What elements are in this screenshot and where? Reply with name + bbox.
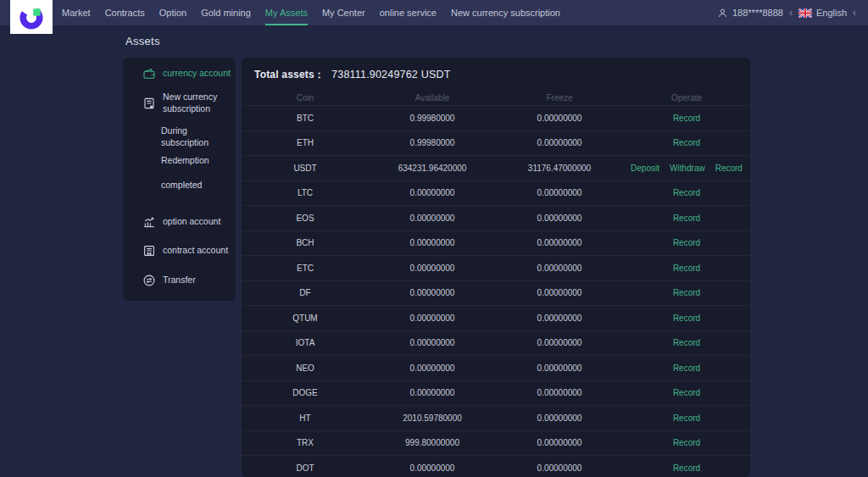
freeze-balance: 0.00000000 <box>496 263 623 273</box>
operate-cell: Record <box>623 238 750 247</box>
asset-row-doge: DOGE0.000000000.00000000Record <box>242 380 750 406</box>
coin-symbol: QTUM <box>242 313 369 323</box>
record-link[interactable]: Record <box>673 214 700 223</box>
coin-symbol: BTC <box>242 114 369 123</box>
sidebar-item-new-currency-subscription[interactable]: New currency subscription <box>123 88 236 119</box>
available-balance: 0.00000000 <box>369 188 496 197</box>
freeze-balance: 0.00000000 <box>496 438 623 447</box>
coin-symbol: EOS <box>242 214 369 223</box>
available-balance: 0.00000000 <box>369 388 496 397</box>
operate-cell: Record <box>623 338 750 347</box>
sidebar-item-redemption[interactable]: Redemption <box>123 151 236 171</box>
record-link[interactable]: Record <box>673 288 700 297</box>
chart-icon <box>142 215 156 229</box>
record-link[interactable]: Record <box>673 388 700 397</box>
nav-item-online-service[interactable]: online service <box>380 0 437 25</box>
operate-cell: Record <box>623 463 750 473</box>
nav-item-market[interactable]: Market <box>62 0 91 25</box>
available-balance: 0.99980000 <box>369 138 496 147</box>
sidebar-item-during-subscription[interactable]: During subscription <box>123 127 236 147</box>
coin-symbol: LTC <box>242 188 369 197</box>
total-assets-value: 738111.90249762 USDT <box>331 69 450 80</box>
nav-item-new-currency-subscription[interactable]: New currency subscription <box>451 0 560 25</box>
sidebar-item-label: New currency subscription <box>163 92 229 114</box>
top-navbar: MarketContractsOptionGold miningMy Asset… <box>0 0 868 25</box>
freeze-balance: 0.00000000 <box>496 313 623 323</box>
brand-logo[interactable] <box>10 0 53 34</box>
available-balance: 634231.96420000 <box>369 164 496 173</box>
record-link[interactable]: Record <box>673 438 700 447</box>
sidebar-item-label: Transfer <box>163 275 196 286</box>
nav-item-my-assets[interactable]: My Assets <box>265 0 308 25</box>
operate-cell: Record <box>623 388 750 397</box>
freeze-balance: 0.00000000 <box>496 114 623 123</box>
nav-item-contracts[interactable]: Contracts <box>105 0 145 25</box>
record-link[interactable]: Record <box>673 338 700 347</box>
operate-cell: Record <box>623 413 750 423</box>
operate-cell: Record <box>623 313 750 323</box>
uk-flag-icon <box>798 8 812 18</box>
assets-sidebar: currency accountNew currency subscriptio… <box>123 58 236 301</box>
operate-cell: Record <box>623 214 750 223</box>
coin-symbol: USDT <box>242 164 369 173</box>
sidebar-item-contract-account[interactable]: contract account <box>123 239 236 263</box>
record-link[interactable]: Record <box>673 138 700 147</box>
coin-symbol: HT <box>242 413 369 423</box>
record-link[interactable]: Record <box>673 363 700 373</box>
freeze-balance: 0.00000000 <box>496 138 623 147</box>
sidebar-item-label: Redemption <box>161 155 209 167</box>
operate-cell: Record <box>623 188 750 197</box>
total-assets-label: Total assets： <box>254 68 325 82</box>
sidebar-item-option-account[interactable]: option account <box>123 210 236 234</box>
sidebar-item-completed[interactable]: completed <box>123 175 236 196</box>
language-chevron-icon[interactable]: ‹ <box>853 8 856 18</box>
freeze-balance: 31176.47000000 <box>496 164 623 173</box>
record-link[interactable]: Record <box>673 263 700 273</box>
asset-row-ht: HT2010.597800000.00000000Record <box>242 405 750 430</box>
table-body: BTC0.999800000.00000000RecordETH0.999800… <box>242 105 750 477</box>
subscription-doc-icon <box>142 97 156 110</box>
user-chevron-icon[interactable]: ‹ <box>789 8 793 18</box>
freeze-balance: 0.00000000 <box>496 338 623 347</box>
available-balance: 0.00000000 <box>369 288 496 297</box>
column-header-coin: Coin <box>242 93 369 103</box>
coin-symbol: DOGE <box>242 388 369 397</box>
record-link[interactable]: Record <box>673 114 700 123</box>
operate-cell: Record <box>623 438 750 447</box>
language-selector[interactable]: English <box>816 8 847 18</box>
operate-cell: DepositWithdrawRecord <box>623 164 750 173</box>
record-link[interactable]: Record <box>673 238 700 247</box>
available-balance: 0.00000000 <box>369 238 496 247</box>
coin-symbol: TRX <box>242 438 369 447</box>
wallet-icon <box>142 67 156 80</box>
record-link[interactable]: Record <box>673 463 700 473</box>
column-header-freeze: Freeze <box>496 93 623 103</box>
operate-cell: Record <box>623 114 750 123</box>
freeze-balance: 0.00000000 <box>496 388 623 397</box>
operate-cell: Record <box>623 138 750 147</box>
freeze-balance: 0.00000000 <box>496 463 623 473</box>
available-balance: 0.00000000 <box>369 363 496 373</box>
asset-row-bch: BCH0.000000000.00000000Record <box>242 230 750 256</box>
sidebar-item-label: completed <box>161 180 202 191</box>
nav-item-my-center[interactable]: My Center <box>322 0 365 25</box>
nav-item-gold-mining[interactable]: Gold mining <box>201 0 251 25</box>
available-balance: 0.00000000 <box>369 463 496 473</box>
deposit-link[interactable]: Deposit <box>631 164 659 173</box>
asset-row-qtum: QTUM0.000000000.00000000Record <box>242 305 750 330</box>
nav-item-option[interactable]: Option <box>159 0 186 25</box>
sidebar-item-transfer[interactable]: Transfer <box>123 269 236 292</box>
sidebar-item-currency-account[interactable]: currency account <box>123 63 236 85</box>
withdraw-link[interactable]: Withdraw <box>670 164 705 173</box>
coin-symbol: NEO <box>242 363 369 373</box>
record-link[interactable]: Record <box>715 164 743 173</box>
record-link[interactable]: Record <box>673 313 700 323</box>
freeze-balance: 0.00000000 <box>496 413 623 423</box>
user-account[interactable]: 188****8888 <box>732 8 783 18</box>
nav-right: 188****8888 ‹ English ‹ <box>717 0 858 25</box>
contract-icon <box>142 244 156 258</box>
record-link[interactable]: Record <box>673 188 700 197</box>
asset-row-dot: DOT0.000000000.00000000Record <box>242 455 750 477</box>
asset-row-eos: EOS0.000000000.00000000Record <box>242 205 750 230</box>
record-link[interactable]: Record <box>673 413 700 423</box>
